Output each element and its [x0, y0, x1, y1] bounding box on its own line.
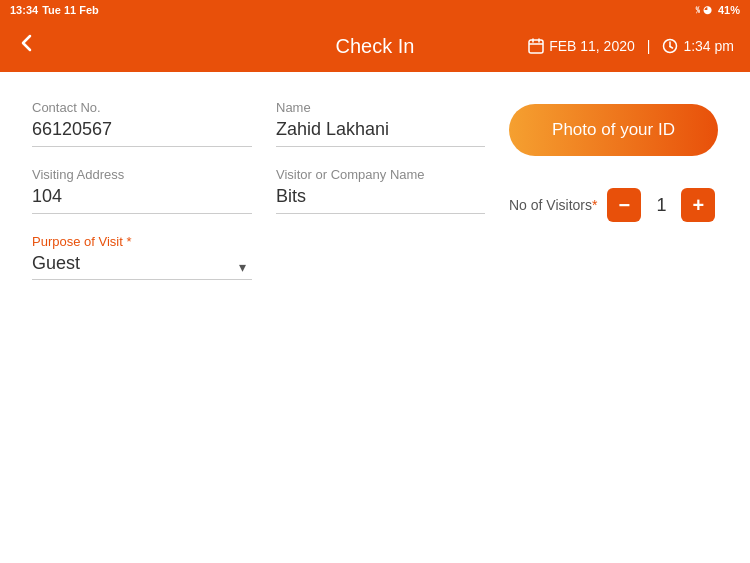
visiting-address-group: Visiting Address 104: [32, 167, 252, 214]
purpose-select[interactable]: Guest Business Delivery Maintenance: [32, 253, 252, 280]
visitors-counter-row: No of Visitors* − 1 +: [509, 188, 715, 222]
visitors-label: No of Visitors*: [509, 197, 597, 213]
purpose-label: Purpose of Visit *: [32, 234, 252, 249]
visitors-required: *: [592, 197, 597, 213]
contact-no-value: 66120567: [32, 119, 252, 147]
svg-line-6: [670, 47, 673, 49]
divider: |: [647, 38, 651, 54]
header-date: FEB 11, 2020: [528, 38, 635, 54]
back-button[interactable]: [16, 28, 46, 64]
header-datetime: FEB 11, 2020 | 1:34 pm: [528, 38, 734, 54]
visitor-company-label: Visitor or Company Name: [276, 167, 485, 182]
main-content: Contact No. 66120567 Visiting Address 10…: [0, 72, 750, 300]
battery-display: 41%: [718, 4, 740, 16]
status-right: ﹪◕ 41%: [693, 3, 740, 17]
app-header: Check In FEB 11, 2020 | 1:34 pm: [0, 20, 750, 72]
calendar-icon: [528, 38, 544, 54]
status-left: 13:34 Tue 11 Feb: [10, 4, 99, 16]
date-text: FEB 11, 2020: [549, 38, 635, 54]
decrement-button[interactable]: −: [607, 188, 641, 222]
left-column: Contact No. 66120567 Visiting Address 10…: [32, 100, 252, 280]
form-grid: Contact No. 66120567 Visiting Address 10…: [32, 100, 718, 280]
svg-rect-0: [529, 40, 543, 53]
increment-button[interactable]: +: [681, 188, 715, 222]
status-bar: 13:34 Tue 11 Feb ﹪◕ 41%: [0, 0, 750, 20]
time-display: 13:34: [10, 4, 38, 16]
clock-icon: [662, 38, 678, 54]
middle-column: Name Zahid Lakhani Visitor or Company Na…: [276, 100, 485, 280]
photo-id-button[interactable]: Photo of your ID: [509, 104, 718, 156]
date-display: Tue 11 Feb: [42, 4, 99, 16]
name-group: Name Zahid Lakhani: [276, 100, 485, 147]
visiting-address-label: Visiting Address: [32, 167, 252, 182]
time-text: 1:34 pm: [683, 38, 734, 54]
name-value: Zahid Lakhani: [276, 119, 485, 147]
purpose-group: Purpose of Visit * Guest Business Delive…: [32, 234, 252, 280]
contact-no-label: Contact No.: [32, 100, 252, 115]
right-column: Photo of your ID No of Visitors* − 1 +: [509, 100, 718, 280]
name-label: Name: [276, 100, 485, 115]
visitor-company-value: Bits: [276, 186, 485, 214]
contact-no-group: Contact No. 66120567: [32, 100, 252, 147]
header-time: 1:34 pm: [662, 38, 734, 54]
visiting-address-value: 104: [32, 186, 252, 214]
wifi-icon: ﹪◕: [693, 3, 712, 17]
purpose-required: *: [126, 234, 131, 249]
page-title: Check In: [336, 35, 415, 58]
visitors-value: 1: [651, 195, 671, 216]
visitor-company-group: Visitor or Company Name Bits: [276, 167, 485, 214]
purpose-select-wrapper: Guest Business Delivery Maintenance: [32, 253, 252, 280]
